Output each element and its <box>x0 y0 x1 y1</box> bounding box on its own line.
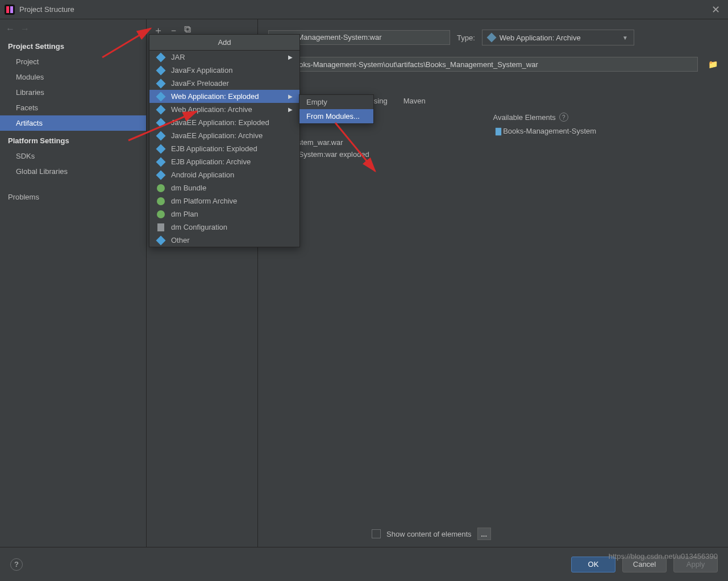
sidebar-item-modules[interactable]: Modules <box>0 69 146 85</box>
sidebar-item-libraries[interactable]: Libraries <box>0 85 146 100</box>
browse-folder-icon[interactable]: 📁 <box>708 60 718 69</box>
submenu-from-modules[interactable]: From Modules... <box>299 109 373 123</box>
add-menu-item[interactable]: Android Application <box>149 168 299 181</box>
add-menu-item[interactable]: JavaFx Preloader <box>149 77 299 90</box>
type-label: Type: <box>457 34 475 42</box>
show-content-label: Show content of elements <box>386 530 472 538</box>
add-menu-item[interactable]: JAR▶ <box>149 51 299 64</box>
add-menu-item[interactable]: dm Plan <box>149 208 299 221</box>
svg-rect-2 <box>10 6 13 13</box>
sidebar-item-problems[interactable]: Problems <box>0 189 146 205</box>
include-build-checkbox[interactable]: de in project build <box>230 72 728 90</box>
show-content-button[interactable]: ... <box>477 528 491 540</box>
available-header: Available Elements <box>493 113 556 122</box>
add-menu-header: Add <box>149 35 299 51</box>
add-menu-item[interactable]: JavaFx Application <box>149 64 299 77</box>
sidebar-item-sdks[interactable]: SDKs <box>0 148 146 164</box>
output-dir-input[interactable]: oject\Books-Management-System\out\artifa… <box>267 57 698 72</box>
add-menu-item[interactable]: Web Application: Exploded▶ <box>149 90 299 103</box>
add-menu-item[interactable]: dm Configuration <box>149 221 299 234</box>
add-menu-item[interactable]: JavaEE Application: Exploded <box>149 116 299 129</box>
close-icon[interactable]: ✕ <box>708 3 723 16</box>
sidebar-item-global-libraries[interactable]: Global Libraries <box>0 164 146 179</box>
titlebar: Project Structure ✕ <box>0 0 728 19</box>
show-content-row: Show content of elements ... <box>372 528 491 540</box>
show-content-checkbox[interactable] <box>372 529 381 538</box>
watermark: https://blog.csdn.net/u013456390 <box>609 552 718 561</box>
sidebar-item-facets[interactable]: Facets <box>0 100 146 115</box>
output-dir-value: oject\Books-Management-System\out\artifa… <box>272 60 538 69</box>
sidebar-item-artifacts[interactable]: Artifacts <box>0 115 146 131</box>
svg-rect-0 <box>5 5 15 15</box>
section-platform-settings: Platform Settings <box>0 131 146 148</box>
add-menu-item[interactable]: dm Platform Archive <box>149 194 299 208</box>
add-menu: Add JAR▶JavaFx ApplicationJavaFx Preload… <box>149 34 300 247</box>
type-value: Web Application: Archive <box>500 34 581 42</box>
chevron-down-icon: ▼ <box>622 35 628 41</box>
available-elements: Available Elements ? ▇ Books-Management-… <box>493 111 718 161</box>
module-icon: ▇ <box>496 127 501 135</box>
nav-history: ← → <box>0 19 146 36</box>
add-menu-item[interactable]: Other <box>149 234 299 247</box>
type-select[interactable]: Web Application: Archive ▼ <box>482 30 634 45</box>
type-icon <box>486 33 496 43</box>
submenu-empty[interactable]: Empty <box>299 95 373 109</box>
add-menu-item[interactable]: EJB Application: Archive <box>149 155 299 168</box>
add-menu-item[interactable]: dm Bundle <box>149 181 299 194</box>
forward-icon[interactable]: → <box>20 24 30 34</box>
add-menu-item[interactable]: EJB Application: Exploded <box>149 142 299 155</box>
add-submenu: Empty From Modules... <box>299 94 374 124</box>
back-icon[interactable]: ← <box>6 24 15 34</box>
available-item[interactable]: ▇ Books-Management-System <box>493 125 718 137</box>
help-icon[interactable]: ? <box>559 113 568 122</box>
sidebar-item-project[interactable]: Project <box>0 54 146 69</box>
section-project-settings: Project Settings <box>0 36 146 54</box>
add-menu-item[interactable]: Web Application: Archive▶ <box>149 103 299 116</box>
app-icon <box>5 5 15 15</box>
tab-maven[interactable]: Maven <box>402 94 427 108</box>
help-button[interactable]: ? <box>10 558 23 571</box>
add-menu-item[interactable]: JavaEE Application: Archive <box>149 129 299 142</box>
window-title: Project Structure <box>19 5 708 14</box>
svg-rect-1 <box>6 6 9 13</box>
sidebar: ← → Project Settings Project Modules Lib… <box>0 19 147 547</box>
